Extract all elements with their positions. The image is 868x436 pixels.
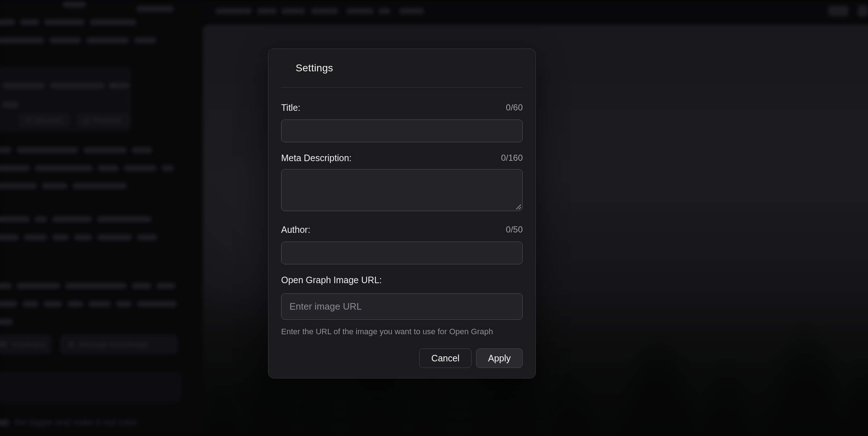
cancel-button[interactable]: Cancel (419, 348, 472, 368)
title-counter: 0/60 (506, 102, 523, 113)
title-field-header: Title: 0/60 (281, 102, 523, 113)
title-input[interactable] (281, 120, 523, 142)
author-label: Author: (281, 225, 310, 235)
meta-description-field-header: Meta Description: 0/160 (281, 152, 523, 163)
meta-description-label: Meta Description: (281, 153, 352, 163)
author-counter: 0/50 (506, 225, 523, 235)
og-image-url-label: Open Graph Image URL: (281, 275, 382, 285)
dialog-actions: Cancel Apply (281, 348, 523, 368)
settings-dialog: Settings Title: 0/60 Meta Description: 0… (268, 49, 536, 378)
meta-description-counter: 0/160 (501, 153, 523, 163)
apply-button[interactable]: Apply (476, 348, 523, 368)
dialog-title: Settings (281, 49, 523, 87)
author-field-header: Author: 0/50 (281, 224, 523, 235)
author-input[interactable] (281, 242, 523, 264)
og-image-url-input[interactable] (281, 293, 523, 320)
header-divider (281, 87, 523, 88)
og-image-helper-text: Enter the URL of the image you want to u… (281, 327, 523, 336)
title-label: Title: (281, 102, 300, 113)
og-image-field-header: Open Graph Image URL: (281, 274, 523, 285)
meta-description-textarea[interactable] (281, 169, 523, 211)
